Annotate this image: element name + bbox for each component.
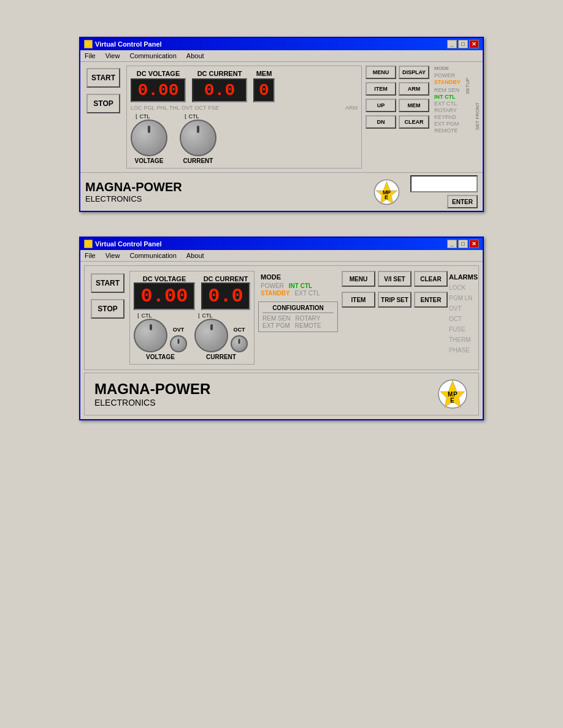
current-knob[interactable]	[180, 119, 216, 156]
menu-view-1[interactable]: View	[104, 51, 122, 60]
p2-item-btn[interactable]: ITEM	[342, 292, 375, 308]
close-btn-1[interactable]: ✕	[469, 40, 479, 48]
window1-title: Virtual Control Panel	[95, 40, 162, 48]
p2-mode-config-section: MODE POWER INT CTL STANDBY EXT CTL CONFI…	[258, 271, 338, 365]
p2-start-stop: START STOP	[90, 271, 126, 365]
clear-btn-1[interactable]: CLEAR	[399, 115, 429, 129]
p2-voltage-knob-row: OVT	[134, 319, 187, 352]
menu-btn-1[interactable]: MENU	[366, 66, 396, 79]
minimize-btn-1[interactable]: _	[447, 40, 457, 48]
p2-current-knob[interactable]	[194, 319, 228, 352]
dn-btn-1[interactable]: DN	[366, 115, 396, 129]
p2-clear-col: CLEAR	[414, 271, 448, 287]
panel2-content: START STOP DC VOLTAGE 0.00 DC CURRENT 0.…	[80, 262, 483, 419]
p2-ovt-group: OVT	[170, 327, 187, 352]
meters-row-1: DC VOLTAGE 0.00 DC CURRENT 0.0 MEM 0	[131, 70, 358, 102]
stop-button-2[interactable]: STOP	[91, 299, 124, 319]
minimize-btn-2[interactable]: _	[447, 240, 457, 248]
p2-mode-power: POWER	[261, 282, 284, 289]
mem-label-1: MEM	[256, 70, 272, 77]
current-meter-1: DC CURRENT 0.0	[192, 70, 247, 102]
p2-alarm-ovt: OVT	[449, 303, 481, 314]
p2-enter-btn[interactable]: ENTER	[414, 292, 448, 308]
fault-ovt: OVT	[182, 105, 193, 111]
entry-area-1: ENTER	[410, 175, 478, 208]
mode-rotary: ROTARY	[434, 107, 461, 113]
voltage-knob-label: VOLTAGE	[135, 157, 164, 164]
setup-vertical-label: SETUP	[465, 78, 470, 94]
p2-oct-label: OCT	[234, 327, 245, 333]
knobs-row-1: ⌊ CTL VOLTAGE ⌊ CTL CURRENT	[131, 113, 358, 164]
p2-menu-btn[interactable]: MENU	[342, 271, 375, 287]
current-knob-group: ⌊ CTL CURRENT	[180, 113, 216, 164]
p2-meters-section: DC VOLTAGE 0.00 DC CURRENT 0.0 ⌊ CTL	[129, 271, 255, 365]
voltage-label-1: DC VOLTAGE	[137, 70, 180, 77]
p2-brand-section: MAGNA-POWER ELECTRONICS M P E	[84, 373, 479, 415]
nav-row-2: ITEM ARM	[366, 82, 429, 96]
maximize-btn-1[interactable]: □	[458, 40, 468, 48]
start-button-2[interactable]: START	[91, 273, 124, 293]
p2-config-box: CONFIGURATION REM SEN ROTARY EXT PGM REM…	[258, 301, 338, 332]
p2-mode-int-ctl: INT CTL	[289, 282, 312, 289]
p2-current-knob-row: OCT	[194, 319, 248, 352]
voltage-knob[interactable]	[131, 119, 167, 156]
p2-voltage-knob[interactable]	[134, 319, 167, 352]
voltage-display-1: 0.00	[131, 78, 186, 102]
p2-mode-standby: STANDBY	[261, 290, 290, 297]
p2-ovt-knob[interactable]	[170, 335, 187, 352]
p2-meter-displays: DC VOLTAGE 0.00 DC CURRENT 0.0	[134, 275, 250, 310]
p2-voltage-bottom-label: VOLTAGE	[146, 354, 175, 360]
title-controls-1: _ □ ✕	[447, 40, 479, 48]
up-btn-1[interactable]: UP	[366, 99, 396, 112]
close-btn-2[interactable]: ✕	[469, 240, 479, 248]
p2-nav-row1: MENU V/I SET CLEAR	[342, 271, 443, 287]
menu-communication-1[interactable]: Communication	[128, 51, 178, 60]
p2-mode-section: MODE POWER INT CTL STANDBY EXT CTL	[258, 271, 338, 299]
p2-voltage-label: DC VOLTAGE	[143, 275, 186, 282]
fault-loc: LOC	[131, 105, 142, 111]
fault-pgl: PGL	[144, 105, 155, 111]
p2-alarms-header: ALARMS	[449, 273, 481, 281]
item-btn-1[interactable]: ITEM	[366, 82, 396, 96]
p2-viset-col: V/I SET	[378, 271, 412, 287]
p2-knobs: ⌊ CTL OVT VOLTAGE ⌊ CTL	[134, 313, 250, 360]
display-btn-1[interactable]: DISPLAY	[399, 66, 429, 79]
menu-communication-2[interactable]: Communication	[128, 251, 178, 260]
p2-voltage-display: 0.00	[134, 282, 195, 310]
menu-about-2[interactable]: About	[185, 251, 206, 260]
p2-config-row1: REM SEN ROTARY	[262, 315, 334, 322]
menu-file-2[interactable]: File	[83, 251, 98, 260]
window1: ⚡ Virtual Control Panel _ □ ✕ File View …	[79, 37, 484, 212]
p2-tripset-btn[interactable]: TRIP SET	[378, 292, 412, 308]
menu-view-2[interactable]: View	[104, 251, 122, 260]
start-button-1[interactable]: START	[86, 68, 120, 88]
p2-oct-knob[interactable]	[231, 335, 248, 352]
meters-section-1: DC VOLTAGE 0.00 DC CURRENT 0.0 MEM 0 LOC…	[126, 66, 362, 169]
mode-remote: REMOTE	[434, 127, 461, 134]
title-controls-2: _ □ ✕	[447, 240, 479, 248]
p2-nav-section: MENU V/I SET CLEAR ITEM TRIP SET	[342, 271, 443, 365]
menu-file-1[interactable]: File	[83, 51, 98, 60]
arm-btn-1[interactable]: ARM	[399, 82, 429, 96]
mem-btn-1[interactable]: MEM	[399, 99, 429, 112]
p2-alarm-fuse: FUSE	[449, 324, 481, 335]
entry-display-1	[410, 175, 478, 192]
p2-viset-btn[interactable]: V/I SET	[378, 271, 412, 287]
current-label-1: DC CURRENT	[197, 70, 242, 77]
logo-2: M P E	[437, 378, 469, 410]
maximize-btn-2[interactable]: □	[458, 240, 468, 248]
app-icon-1: ⚡	[84, 40, 93, 48]
menu-about-1[interactable]: About	[185, 51, 206, 60]
window2: ⚡ Virtual Control Panel _ □ ✕ File View …	[79, 237, 484, 420]
p2-tripset-col: TRIP SET	[378, 292, 412, 308]
enter-btn-1[interactable]: ENTER	[447, 195, 478, 208]
stop-button-1[interactable]: STOP	[86, 94, 120, 113]
panel1-content: START STOP DC VOLTAGE 0.00 DC CURRENT 0.…	[80, 62, 483, 172]
fault-row-1: LOC PGL PHL THL OVT OCT FSE ARM	[131, 105, 358, 111]
p2-mode-ext-ctl: EXT CTL	[295, 290, 320, 297]
p2-alarm-oct: OCT	[449, 314, 481, 324]
bottom-section-1: MAGNA-POWER ELECTRONICS M P E ENTER	[80, 172, 483, 211]
p2-current-label: DC CURRENT	[204, 275, 248, 282]
p2-config-header: CONFIGURATION	[262, 305, 334, 313]
p2-clear-btn[interactable]: CLEAR	[414, 271, 448, 287]
